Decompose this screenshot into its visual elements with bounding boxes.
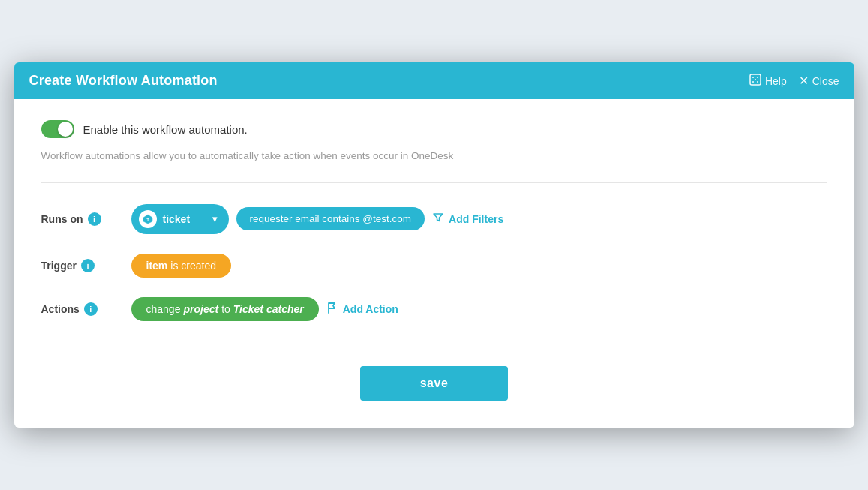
- action-to-text: to: [221, 303, 230, 315]
- config-section: Runs on i T ticket ▾: [41, 204, 827, 321]
- requester-filter-badge[interactable]: requester email contains @test.com: [236, 207, 425, 230]
- ticket-type-icon: T: [139, 210, 157, 228]
- add-filters-button[interactable]: Add Filters: [432, 212, 503, 227]
- actions-controls: change project to Ticket catcher: [131, 297, 398, 321]
- add-action-button[interactable]: Add Action: [326, 302, 398, 317]
- close-icon: ✕: [799, 74, 809, 88]
- action-project-text: project: [183, 303, 218, 315]
- svg-point-3: [752, 81, 754, 83]
- close-label: Close: [812, 75, 839, 87]
- filter-icon: [432, 212, 444, 227]
- divider: [41, 182, 827, 183]
- trigger-rest-text: is created: [170, 260, 216, 272]
- actions-row: Actions i change project to Ticket catch…: [41, 297, 827, 321]
- action-catcher-text: Ticket catcher: [233, 303, 304, 315]
- enable-row: Enable this workflow automation.: [41, 120, 827, 138]
- svg-point-5: [755, 79, 756, 80]
- workflow-description: Workflow automations allow you to automa…: [41, 149, 827, 164]
- flag-icon: [326, 302, 338, 317]
- svg-point-4: [757, 81, 758, 83]
- runs-on-label: Runs on i: [41, 212, 131, 226]
- runs-on-controls: T ticket ▾ requester email contains @tes…: [131, 204, 504, 234]
- save-button[interactable]: save: [360, 366, 509, 401]
- action-pill[interactable]: change project to Ticket catcher: [131, 297, 319, 321]
- trigger-pill[interactable]: item is created: [131, 254, 232, 278]
- modal-overlay: Create Workflow Automation Help: [0, 0, 868, 490]
- svg-point-1: [752, 77, 754, 78]
- actions-info-icon[interactable]: i: [84, 302, 98, 316]
- runs-on-info-icon[interactable]: i: [88, 212, 101, 226]
- add-filters-label: Add Filters: [449, 213, 503, 225]
- modal-title: Create Workflow Automation: [29, 73, 218, 89]
- trigger-row: Trigger i item is created: [41, 254, 827, 278]
- save-section: save: [41, 351, 827, 413]
- svg-text:T: T: [146, 217, 149, 221]
- help-button[interactable]: Help: [749, 74, 787, 89]
- create-workflow-modal: Create Workflow Automation Help: [14, 62, 854, 427]
- modal-header-actions: Help ✕ Close: [749, 74, 839, 89]
- action-change-text: change: [146, 303, 181, 315]
- svg-point-2: [757, 77, 758, 78]
- enable-label: Enable this workflow automation.: [83, 123, 248, 136]
- modal-body: Enable this workflow automation. Workflo…: [14, 99, 854, 427]
- modal-header: Create Workflow Automation Help: [14, 62, 854, 99]
- trigger-item-text: item: [146, 260, 168, 272]
- help-icon: [749, 74, 761, 89]
- enable-toggle[interactable]: [41, 120, 74, 138]
- trigger-controls: item is created: [131, 254, 232, 278]
- trigger-info-icon[interactable]: i: [81, 259, 95, 272]
- dropdown-arrow-icon: ▾: [212, 214, 217, 224]
- close-button[interactable]: ✕ Close: [799, 74, 839, 88]
- ticket-type-label: ticket: [163, 213, 206, 225]
- actions-label: Actions i: [41, 302, 131, 316]
- toggle-knob: [58, 122, 73, 137]
- ticket-dropdown[interactable]: T ticket ▾: [131, 204, 229, 234]
- add-action-label: Add Action: [343, 303, 398, 315]
- help-label: Help: [765, 75, 787, 87]
- trigger-label: Trigger i: [41, 259, 131, 272]
- runs-on-row: Runs on i T ticket ▾: [41, 204, 827, 234]
